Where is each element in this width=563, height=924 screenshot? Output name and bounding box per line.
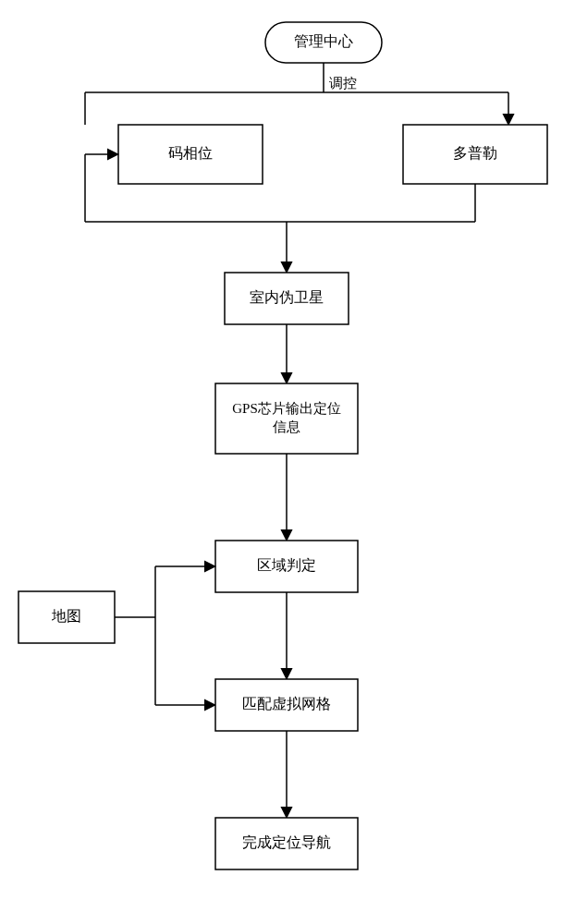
label-gps-output-l1: GPS芯片输出定位 — [232, 401, 341, 416]
node-code-phase: 码相位 — [118, 125, 263, 184]
label-map: 地图 — [51, 608, 81, 624]
label-complete-nav: 完成定位导航 — [242, 834, 331, 850]
label-area-decision: 区域判定 — [257, 557, 316, 573]
label-management-center: 管理中心 — [294, 33, 353, 49]
node-map: 地图 — [18, 591, 115, 643]
svg-rect-4 — [215, 383, 358, 454]
node-complete-nav: 完成定位导航 — [215, 818, 358, 869]
node-management-center: 管理中心 — [265, 22, 382, 63]
label-gps-output-l2: 信息 — [273, 419, 300, 434]
label-code-phase: 码相位 — [168, 145, 213, 161]
flowchart: 管理中心 调控 码相位 多普勒 室内伪卫星 GPS芯片输出定位 信息 区域判定 — [0, 0, 563, 924]
node-gps-output: GPS芯片输出定位 信息 — [215, 383, 358, 454]
label-doppler: 多普勒 — [453, 145, 497, 161]
label-indoor-pseudolite: 室内伪卫星 — [250, 289, 324, 305]
node-doppler: 多普勒 — [403, 125, 547, 184]
node-area-decision: 区域判定 — [215, 541, 358, 592]
edge-label-regulate: 调控 — [329, 76, 357, 91]
node-match-grid: 匹配虚拟网格 — [215, 679, 358, 731]
label-match-grid: 匹配虚拟网格 — [242, 696, 331, 711]
node-indoor-pseudolite: 室内伪卫星 — [225, 273, 349, 324]
